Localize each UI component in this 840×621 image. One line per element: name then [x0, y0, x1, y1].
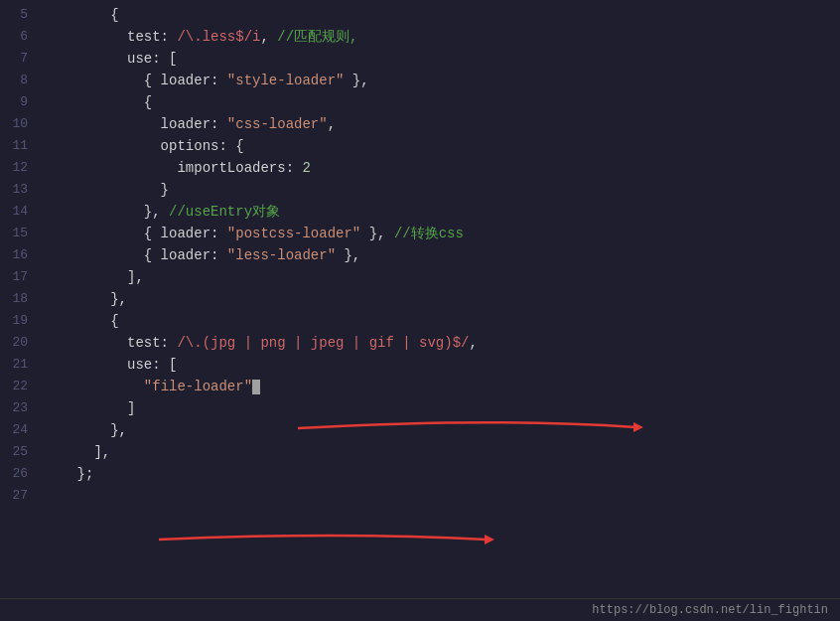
footer: https://blog.csdn.net/lin_fightin: [0, 598, 840, 621]
code-line-21: use: [: [44, 354, 840, 376]
code-line-6: test: /\.less$/i, //匹配规则,: [44, 26, 840, 48]
code-line-8: { loader: "style-loader" },: [44, 70, 840, 91]
code-line-23: ]: [44, 397, 840, 419]
code-line-26: ],: [44, 441, 840, 463]
code-line-11: options: {: [44, 135, 840, 157]
line-numbers: 5678910111213141516171819202122232425262…: [0, 4, 36, 594]
code-line-18: },: [44, 288, 840, 310]
code-line-10: loader: "css-loader",: [44, 113, 840, 135]
code-line-15: { loader: "postcss-loader" }, //转换css: [44, 223, 840, 244]
code-line-16: { loader: "less-loader" },: [44, 244, 840, 266]
code-line-13: }: [44, 179, 840, 201]
footer-url: https://blog.csdn.net/lin_fightin: [592, 603, 828, 617]
code-line-20: test: /\.(jpg | png | jpeg | gif | svg)$…: [44, 332, 840, 354]
code-area: 5678910111213141516171819202122232425262…: [0, 0, 840, 598]
code-lines: { test: /\.less$/i, //匹配规则, use: [ { loa…: [36, 4, 840, 594]
code-line-19: {: [44, 310, 840, 332]
code-line-7: use: [: [44, 48, 840, 70]
text-cursor: [252, 380, 260, 394]
code-line-25: },: [44, 419, 840, 441]
code-line-5: {: [44, 4, 840, 26]
code-line-27: };: [44, 463, 840, 485]
code-editor: 5678910111213141516171819202122232425262…: [0, 0, 840, 621]
code-line-12: importLoaders: 2: [44, 157, 840, 179]
code-line-14: }, //useEntry对象: [44, 201, 840, 223]
code-line-22: "file-loader": [44, 376, 840, 397]
code-line-9: {: [44, 91, 840, 113]
code-line-17: ],: [44, 266, 840, 288]
